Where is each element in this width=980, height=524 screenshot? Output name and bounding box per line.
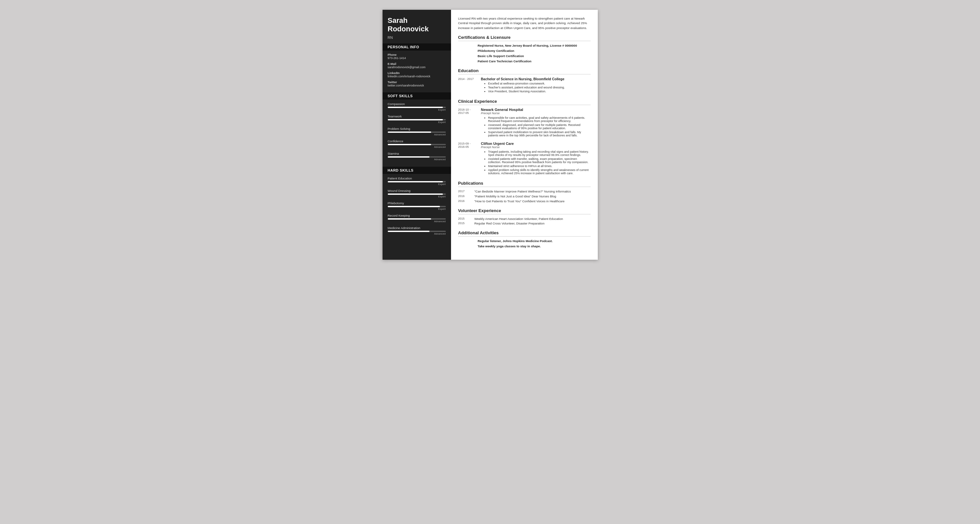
skill-bar-bg-medicine-admin [388, 231, 446, 232]
activity-item-0: Regular listener, Johns Hopkins Medicine… [478, 239, 590, 243]
skill-level-stamina: Advanced [388, 158, 446, 161]
skill-bar-bg-patient-education [388, 181, 446, 182]
skill-level-problem-solving: Advanced [388, 133, 446, 136]
cert-item-0: Registered Nurse, New Jersey Board of Nu… [478, 44, 590, 47]
candidate-name: SarahRodonovick [388, 16, 446, 33]
skill-bar-bg-teamwork [388, 119, 446, 120]
pub-row-2: 2016 "How to Get Patients to Trust You" … [458, 199, 590, 203]
skill-bar-fill-patient-education [388, 181, 443, 182]
skill-name-stamina: Stamina [388, 152, 446, 155]
edu-bullet-0-1: Teacher's assistant, patient education a… [488, 86, 590, 89]
vol-desc-0: Weekly American Heart Association Volunt… [474, 217, 590, 221]
soft-skills-header: Soft Skills [383, 92, 451, 100]
skill-name-medicine-admin: Medicine Administration [388, 226, 446, 230]
main-content: Licensed RN with two years clinical expe… [451, 10, 598, 260]
skill-bar-fill-problem-solving [388, 132, 431, 133]
education-title: Education [458, 68, 590, 74]
twitter-label: Twitter [388, 81, 446, 84]
exp-dates-0: 2016-10 - 2017-05 [458, 108, 478, 138]
skill-phlebotomy: Phlebotomy Expert [388, 201, 446, 210]
skill-level-compassion: Expert [388, 108, 446, 111]
skill-bar-bg-phlebotomy [388, 206, 446, 207]
exp-bullet-0-2: Supervised patient mobilization to preve… [488, 131, 590, 137]
soft-skills-content: Compassion Expert Teamwork Expert Proble… [383, 100, 451, 167]
pub-year-0: 2017 [458, 190, 471, 193]
skill-confidence: Confidence Advanced [388, 139, 446, 148]
vol-row-1: 2015 Regular Red Cross Volunteer, Disast… [458, 221, 590, 225]
exp-bullet-1-3: Applied problem solving skills to identi… [488, 168, 590, 175]
volunteer-title: Volunteer Experience [458, 208, 590, 214]
contact-email: E-mail sarahrodonovick@gmail.com [388, 62, 446, 69]
skill-compassion: Compassion Expert [388, 102, 446, 111]
skill-level-wound-dressing: Expert [388, 195, 446, 198]
publications-title: Publications [458, 181, 590, 187]
clinical-experience-section: Clinical Experience 2016-10 - 2017-05 Ne… [458, 99, 590, 175]
skill-bar-bg-compassion [388, 107, 446, 108]
pub-row-1: 2016 "Patient Mobility is Not Just a Goo… [458, 194, 590, 198]
skill-bar-fill-phlebotomy [388, 206, 440, 207]
pub-year-2: 2016 [458, 199, 471, 203]
exp-row-0: 2016-10 - 2017-05 Newark General Hospita… [458, 108, 590, 138]
skill-stamina: Stamina Advanced [388, 152, 446, 161]
skill-teamwork: Teamwork Expert [388, 115, 446, 124]
skill-level-confidence: Advanced [388, 145, 446, 148]
exp-bullet-1-1: Assisted patients with transfer, walking… [488, 157, 590, 164]
skill-bar-fill-stamina [388, 156, 430, 158]
exp-bullet-0-0: Responsible for care activities, goal an… [488, 116, 590, 123]
education-section: Education 2014 - 2017 Bachelor of Scienc… [458, 68, 590, 94]
linkedin-label: LinkedIn [388, 72, 446, 75]
sidebar-header: SarahRodonovick RN [383, 10, 451, 43]
skill-record-keeping: Record Keeping Advanced [388, 214, 446, 223]
email-label: E-mail [388, 62, 446, 65]
edu-degree-0: Bachelor of Science in Nursing, Bloomfie… [481, 77, 590, 81]
personal-info-content: Phone 973-261-1414 E-mail sarahrodonovic… [383, 51, 451, 92]
pub-year-1: 2016 [458, 194, 471, 198]
resume-container: SarahRodonovick RN Personal Info Phone 9… [383, 10, 598, 260]
skill-wound-dressing: Wound Dressing Expert [388, 189, 446, 198]
pub-title-1: "Patient Mobility is Not Just a Good Ide… [474, 194, 590, 198]
edu-row-0: 2014 - 2017 Bachelor of Science in Nursi… [458, 77, 590, 94]
skill-bar-bg-record-keeping [388, 218, 446, 220]
pub-title-0: "Can Bedside Manner Improve Patient Well… [474, 190, 590, 193]
skill-name-confidence: Confidence [388, 139, 446, 143]
contact-twitter: Twitter twitter.com/sarahrodonovick [388, 81, 446, 87]
skill-name-record-keeping: Record Keeping [388, 214, 446, 217]
edu-bullet-0-0: Excelled at wellness-promotion coursewor… [488, 82, 590, 85]
skill-name-phlebotomy: Phlebotomy [388, 201, 446, 205]
skill-problem-solving: Problem Solving Advanced [388, 127, 446, 136]
skill-bar-fill-wound-dressing [388, 193, 443, 195]
edu-bullet-0-2: Vice President, Student Nursing Associat… [488, 90, 590, 93]
exp-dates-1: 2015-09 - 2016-05 [458, 142, 478, 175]
contact-phone: Phone 973-261-1414 [388, 53, 446, 60]
additional-activities-section: Additional Activities Regular listener, … [458, 230, 590, 248]
skill-bar-fill-compassion [388, 107, 443, 108]
exp-body-0: Newark General Hospital Precept Nurse Re… [481, 108, 590, 138]
vol-row-0: 2015 Weekly American Heart Association V… [458, 217, 590, 221]
skill-bar-bg-wound-dressing [388, 193, 446, 195]
contact-linkedin: LinkedIn linkedin.com/in/sarah-rodonovic… [388, 72, 446, 78]
phone-value: 973-261-1414 [388, 56, 446, 60]
exp-row-1: 2015-09 - 2016-05 Clifton Urgent Care Pr… [458, 142, 590, 175]
cert-item-1: Phlebotomy Certification [478, 49, 590, 53]
linkedin-value: linkedin.com/in/sarah-rodonovick [388, 75, 446, 78]
additional-activities-title: Additional Activities [458, 230, 590, 237]
vol-desc-1: Regular Red Cross Volunteer, Disaster Pr… [474, 221, 590, 225]
sidebar: SarahRodonovick RN Personal Info Phone 9… [383, 10, 451, 260]
skill-bar-bg-stamina [388, 156, 446, 158]
hard-skills-header: Hard Skills [383, 167, 451, 174]
certifications-title: Certifications & Licensure [458, 35, 590, 41]
skill-name-patient-education: Patient Education [388, 177, 446, 180]
exp-body-1: Clifton Urgent Care Precept Nurse Triage… [481, 142, 590, 175]
phone-label: Phone [388, 53, 446, 56]
skill-level-record-keeping: Advanced [388, 220, 446, 223]
skill-name-wound-dressing: Wound Dressing [388, 189, 446, 193]
twitter-value: twitter.com/sarahrodonovick [388, 84, 446, 87]
clinical-experience-title: Clinical Experience [458, 99, 590, 105]
hard-skills-content: Patient Education Expert Wound Dressing … [383, 174, 451, 241]
pub-row-0: 2017 "Can Bedside Manner Improve Patient… [458, 190, 590, 193]
skill-level-medicine-admin: Advanced [388, 232, 446, 235]
summary-text: Licensed RN with two years clinical expe… [458, 16, 590, 30]
exp-bullet-0-1: Assessed, diagnosed, and planned care fo… [488, 123, 590, 130]
cert-item-3: Patient Care Technician Certification [478, 59, 590, 63]
exp-company-0: Newark General Hospital [481, 108, 590, 111]
